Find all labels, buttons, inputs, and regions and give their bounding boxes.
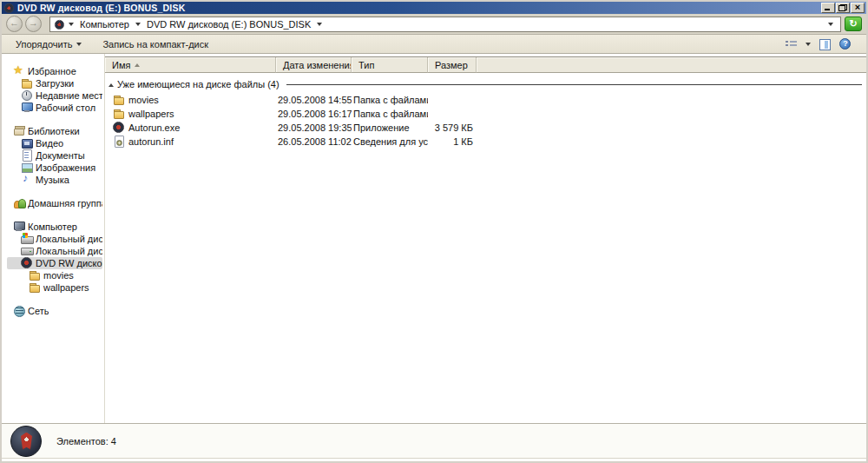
sidebar-item-label: Недавние места [36,89,102,102]
column-header-filler [477,57,866,73]
navigation-pane: ИзбранноеЗагрузкиНедавние местаРабочий с… [2,54,105,423]
group-label: Уже имеющиеся на диске файлы (4) [117,79,279,89]
folder-icon [113,108,126,120]
autorun-logo-icon [10,426,42,457]
status-items-count: Элементов: 4 [56,436,116,446]
recent-icon [21,89,34,102]
sidebar-item-movies[interactable]: movies [7,269,102,281]
close-icon[interactable] [851,3,865,13]
sidebar-item-документы[interactable]: Документы [7,149,102,162]
sidebar-gap [2,114,104,125]
file-type: Приложение [352,122,428,133]
folder-icon [21,77,34,89]
sidebar-item-wallpapers[interactable]: wallpapers [7,281,102,294]
views-icon[interactable] [785,38,798,50]
sidebar-item-музыка[interactable]: Музыка [7,174,102,186]
inf-icon [113,136,126,148]
video-icon [21,137,34,149]
group-header[interactable]: Уже имеющиеся на диске файлы (4) [108,78,862,90]
star-icon [13,65,26,77]
breadcrumb-separator-icon[interactable] [135,23,141,26]
music-icon [21,174,34,186]
title-bar[interactable]: DVD RW дисковод (E:) BONUS_DISK [2,2,866,14]
sidebar-item-домашняя-группа[interactable]: Домашняя группа [7,197,102,209]
sidebar-item-локальный-диск-d-[interactable]: Локальный диск (D:) [7,245,102,257]
organize-button[interactable]: Упорядочить [12,37,85,51]
file-size: 1 КБ [428,136,477,147]
navigation-row: КомпьютерDVD RW дисковод (E:) BONUS_DISK [2,14,866,35]
column-header[interactable]: Имя [105,57,276,73]
library-icon [13,125,26,137]
file-size: 3 579 КБ [428,122,477,133]
picture-icon [21,162,34,174]
status-bar: Элементов: 4 [2,423,866,458]
address-bar[interactable]: КомпьютерDVD RW дисковод (E:) BONUS_DISK [49,17,841,32]
file-row[interactable]: movies29.05.2008 14:55Папка с файлами [105,93,866,107]
explorer-window: DVD RW дисковод (E:) BONUS_DISK Компьюте… [0,0,868,463]
file-name-cell: Autorun.exe [105,122,276,134]
restore-icon[interactable] [836,3,850,13]
breadcrumb-separator-icon[interactable] [69,23,74,26]
file-type: Сведения для уст… [352,136,428,147]
sidebar-item-компьютер[interactable]: Компьютер [7,221,102,233]
burn-label: Запись на компакт-диск [102,39,208,50]
sidebar-item-label: Библиотеки [28,125,80,137]
column-headers: ИмяДата измененияТипРазмер [105,56,866,73]
file-date: 29.05.2008 16:17 [276,109,352,119]
column-header-label: Размер [435,60,468,70]
sidebar-item-label: Рабочий стол [36,102,95,114]
sidebar-item-избранное[interactable]: Избранное [7,65,102,77]
sidebar-item-dvd-rw-дисковод-e[interactable]: DVD RW дисковод (E [7,257,102,269]
file-name: movies [128,95,159,105]
sidebar-item-локальный-диск-c-[interactable]: Локальный диск (C:) [7,233,102,245]
sidebar-item-изображения[interactable]: Изображения [7,162,102,174]
breadcrumb-item[interactable]: Компьютер [78,18,131,30]
sidebar-item-рабочий-стол[interactable]: Рабочий стол [7,102,102,114]
sidebar-item-label: wallpapers [43,281,89,294]
help-icon[interactable] [839,38,852,50]
minimize-icon[interactable] [821,3,835,13]
address-history-dropdown-icon[interactable] [828,23,833,26]
file-name: autorun.inf [128,136,174,147]
disk-icon [21,245,34,257]
file-name-cell: wallpapers [105,108,276,120]
sidebar-item-label: DVD RW дисковод (E [36,257,102,269]
toolbar-right [785,38,852,50]
column-header[interactable]: Размер [428,57,477,73]
forward-button[interactable] [25,16,42,32]
file-name: Autorun.exe [128,122,180,133]
sidebar-item-недавние-места[interactable]: Недавние места [7,89,102,102]
file-type: Папка с файлами [352,95,428,105]
sidebar-item-label: Загрузки [36,77,74,89]
views-dropdown-icon[interactable] [806,43,811,46]
main-content: ИзбранноеЗагрузкиНедавние местаРабочий с… [2,54,866,423]
sidebar-item-label: movies [43,269,74,281]
sidebar-item-label: Музыка [36,174,69,186]
file-row[interactable]: Autorun.exe29.05.2008 19:35Приложение3 5… [105,121,866,135]
sidebar-item-label: Локальный диск (D:) [36,245,102,257]
sidebar-item-сеть[interactable]: Сеть [7,305,102,317]
refresh-button[interactable] [845,17,862,31]
file-row[interactable]: wallpapers29.05.2008 16:17Папка с файлам… [105,107,866,121]
homegroup-icon [13,197,26,209]
sidebar-item-label: Локальный диск (C:) [36,233,102,245]
group-collapse-icon[interactable] [108,83,114,87]
sidebar-item-label: Избранное [28,65,76,77]
column-header[interactable]: Дата изменения [276,57,352,73]
exe-icon [113,122,126,134]
file-row[interactable]: autorun.inf26.05.2008 11:02Сведения для … [105,135,866,149]
sidebar-item-label: Видео [36,137,63,149]
breadcrumb-separator-icon[interactable] [317,23,322,26]
folder-icon [29,269,42,281]
breadcrumb-item[interactable]: DVD RW дисковод (E:) BONUS_DISK [145,18,312,30]
sidebar-item-библиотеки[interactable]: Библиотеки [7,125,102,137]
preview-pane-icon[interactable] [819,38,832,50]
window-bottom-edge [2,458,866,461]
sidebar-item-видео[interactable]: Видео [7,137,102,149]
burn-button[interactable]: Запись на компакт-диск [99,37,212,51]
file-date: 26.05.2008 11:02 [276,136,352,147]
column-header[interactable]: Тип [352,57,428,73]
sidebar-item-загрузки[interactable]: Загрузки [7,77,102,89]
disk-win-icon [21,233,34,245]
back-button[interactable] [6,16,23,32]
